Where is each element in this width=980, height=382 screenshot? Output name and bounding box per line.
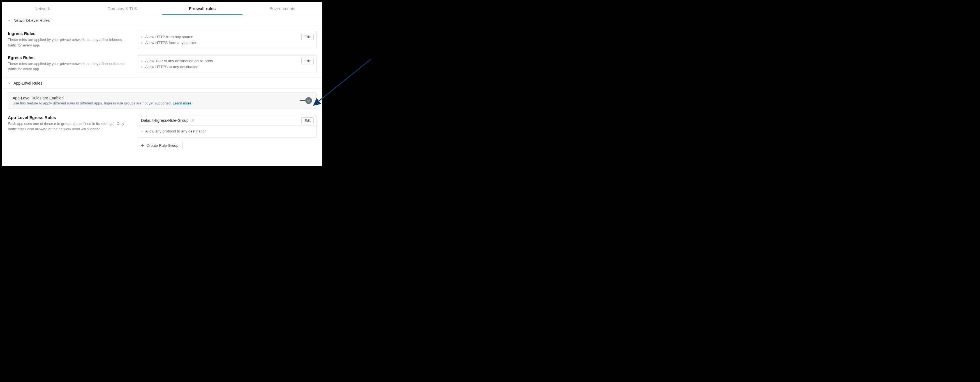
create-rule-group-button[interactable]: Create Rule Group [137,141,183,150]
egress-info: Egress Rules These rules are applied by … [8,55,137,72]
bullet-icon [141,36,142,38]
notice-title: App-Level Rules are Enabled [13,96,191,100]
bullet-icon [141,131,142,132]
tab-label: Domains & TLS [108,6,137,11]
rule-item: Allow TCP to any destination on all port… [141,58,313,64]
section-header-network-rules[interactable]: Network-Level Rules [2,15,322,26]
egress-title: Egress Rules [8,55,130,60]
app-level-rules-toggle[interactable] [300,97,312,104]
app-egress-row: App-Level Egress Rules Each app uses one… [8,115,317,150]
notice-sub-text: Use this feature to apply different rule… [13,101,173,105]
ingress-desc: These rules are applied by your private … [8,37,130,48]
check-icon [307,99,310,102]
tab-bar: Network Domains & TLS Firewall rules Env… [2,2,322,15]
rule-group-name: Default-Egress-Rule-Group [141,118,189,123]
bullet-icon [141,67,142,68]
edit-egress-button[interactable]: Edit [301,58,314,64]
chevron-down-icon [8,19,11,22]
chevron-down-icon [8,82,11,85]
rule-text: Allow HTTPS to any destination [145,64,199,70]
notice-subtext: Use this feature to apply different rule… [13,101,191,105]
section-header-app-rules[interactable]: App-Level Rules [2,78,322,89]
network-section-body: Ingress Rules These rules are applied by… [2,26,322,78]
section-title: Network-Level Rules [13,18,49,23]
rule-text: Allow HTTP from any source [145,34,193,40]
app-egress-title: App-Level Egress Rules [8,115,130,120]
tab-domains-tls[interactable]: Domains & TLS [83,2,162,15]
plus-icon [141,144,144,147]
rule-text: Allow HTTPS from any source [145,40,196,46]
edit-rule-group-button[interactable]: Edit [301,117,314,124]
svg-line-3 [316,59,371,104]
tab-label: Firewall rules [189,6,216,11]
rule-item: Allow HTTPS from any source [141,40,313,46]
svg-point-1 [192,119,192,120]
toggle-knob-on [305,97,312,104]
egress-rules-row: Egress Rules These rules are applied by … [8,55,317,73]
rule-text: Allow any protocol to any destination [145,128,207,135]
ingress-rules-row: Ingress Rules These rules are applied by… [8,31,317,49]
create-button-label: Create Rule Group [146,143,178,147]
ingress-rules-card: Edit Allow HTTP from any source Allow HT… [137,31,317,49]
rule-group-header: Default-Egress-Rule-Group Edit [137,116,317,126]
bullet-icon [141,60,142,62]
rule-text: Allow TCP to any destination on all port… [145,58,213,64]
app-level-notice: App-Level Rules are Enabled Use this fea… [8,92,317,109]
tab-label: Environments [269,6,295,11]
edit-ingress-button[interactable]: Edit [301,33,314,40]
rule-item: Allow HTTPS to any destination [141,64,313,70]
app-egress-info: App-Level Egress Rules Each app uses one… [8,115,137,132]
ingress-title: Ingress Rules [8,31,130,36]
tab-firewall-rules[interactable]: Firewall rules [162,2,242,15]
egress-desc: These rules are applied by your private … [8,61,130,72]
app-section-body: App-Level Egress Rules Each app uses one… [2,114,322,154]
settings-panel: Network Domains & TLS Firewall rules Env… [2,2,322,166]
notice-text: App-Level Rules are Enabled Use this fea… [13,96,191,105]
info-icon[interactable] [190,119,194,122]
egress-rules-card: Edit Allow TCP to any destination on all… [137,55,317,73]
rule-group-card: Default-Egress-Rule-Group Edit Allow any… [137,115,317,138]
bullet-icon [141,42,142,44]
rule-item: Allow any protocol to any destination [141,128,313,135]
ingress-info: Ingress Rules These rules are applied by… [8,31,137,48]
rule-item: Allow HTTP from any source [141,34,313,40]
tab-environments[interactable]: Environments [242,2,323,15]
tab-label: Network [35,6,50,11]
app-egress-desc: Each app uses one of these rule groups (… [8,121,130,132]
section-title: App-Level Rules [13,81,42,86]
learn-more-link[interactable]: Learn more [173,101,191,105]
tab-network[interactable]: Network [2,2,83,15]
